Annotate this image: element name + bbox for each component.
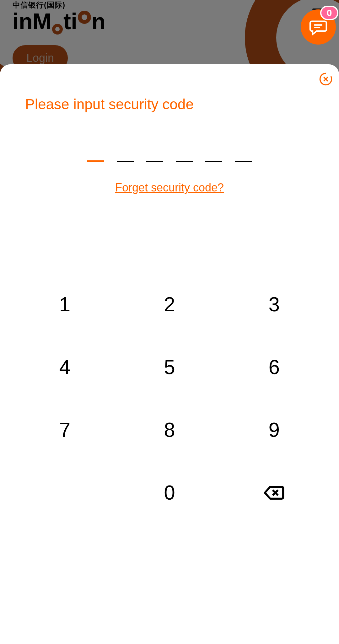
code-input-fields	[0, 147, 339, 162]
code-slot-3[interactable]	[146, 147, 163, 162]
keypad-row-4: 0	[13, 479, 326, 507]
keypad-row-1: 1 2 3	[13, 290, 326, 319]
forget-link-label: Forget security code?	[115, 181, 224, 194]
keypad-row-3: 7 8 9	[13, 416, 326, 444]
security-code-modal: Please input security code Forget securi…	[0, 64, 339, 644]
chat-button[interactable]: 0	[301, 9, 336, 45]
code-slot-1[interactable]	[87, 147, 104, 162]
code-slot-5[interactable]	[205, 147, 222, 162]
keypad-row-2: 4 5 6	[13, 353, 326, 381]
forget-security-code-link[interactable]: Forget security code?	[0, 181, 339, 194]
close-button[interactable]	[319, 72, 333, 86]
code-slot-4[interactable]	[176, 147, 193, 162]
code-slot-6[interactable]	[235, 147, 252, 162]
chat-badge: 0	[320, 6, 338, 20]
key-9[interactable]: 9	[236, 416, 312, 444]
key-4[interactable]: 4	[27, 353, 103, 381]
backspace-icon	[263, 485, 285, 501]
chat-icon	[309, 17, 328, 37]
security-code-prompt: Please input security code	[0, 64, 339, 113]
close-icon	[319, 72, 333, 86]
key-7[interactable]: 7	[27, 416, 103, 444]
key-2[interactable]: 2	[132, 290, 207, 319]
key-6[interactable]: 6	[236, 353, 312, 381]
key-1[interactable]: 1	[27, 290, 103, 319]
chat-badge-count: 0	[327, 8, 332, 18]
key-3[interactable]: 3	[236, 290, 312, 319]
key-0[interactable]: 0	[132, 479, 207, 507]
key-8[interactable]: 8	[132, 416, 207, 444]
key-5[interactable]: 5	[132, 353, 207, 381]
key-backspace[interactable]	[236, 479, 312, 507]
key-blank	[27, 479, 103, 507]
numeric-keypad: 1 2 3 4 5 6 7 8 9 0	[0, 290, 339, 541]
code-slot-2[interactable]	[117, 147, 134, 162]
